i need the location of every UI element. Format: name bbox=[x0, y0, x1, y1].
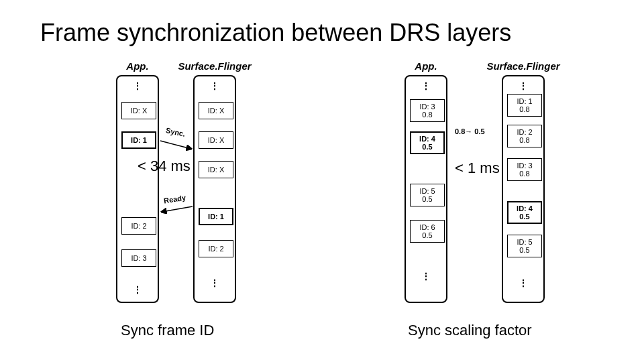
cell-text: ID: 4 bbox=[517, 204, 533, 213]
right-sf-cell-3: ID: 40.5 bbox=[507, 201, 542, 224]
dots-top: ⋮ bbox=[133, 80, 142, 91]
left-app-cell-2: ID: 2 bbox=[121, 217, 156, 235]
right-app-cell-3: ID: 60.5 bbox=[410, 220, 445, 243]
cell-text: ID: 5 bbox=[517, 238, 532, 246]
cell-text: ID: X bbox=[208, 166, 224, 174]
cell-text2: 0.5 bbox=[422, 143, 432, 151]
left-sf-queue: ⋮ ID: X ID: X ID: X ID: 1 ID: 2 ⋮ bbox=[193, 75, 236, 303]
right-app-cell-2: ID: 50.5 bbox=[410, 184, 445, 206]
left-caption: Sync frame ID bbox=[121, 322, 214, 339]
cell-text2: 0.5 bbox=[519, 213, 529, 221]
cell-text: ID: 2 bbox=[517, 128, 532, 136]
cell-text2: 0.5 bbox=[422, 195, 432, 203]
transition-label: 0.8→ 0.5 bbox=[455, 127, 485, 135]
dots-bot: ⋮ bbox=[519, 278, 528, 288]
cell-text: ID: 1 bbox=[517, 97, 532, 105]
left-app-cell-3: ID: 3 bbox=[121, 249, 156, 267]
cell-text: ID: 3 bbox=[419, 103, 435, 111]
page-title: Frame synchronization between DRS layers bbox=[40, 19, 511, 47]
right-app-header: App. bbox=[415, 60, 437, 72]
dots-bot: ⋮ bbox=[210, 278, 219, 288]
diagram-area: App. Surface.Flinger ⋮ ID: X ID: 1 ID: 2… bbox=[0, 60, 644, 362]
cell-text: ID: 3 bbox=[131, 254, 146, 262]
cell-text: ID: X bbox=[131, 107, 147, 115]
left-app-queue: ⋮ ID: X ID: 1 ID: 2 ID: 3 ⋮ bbox=[116, 75, 159, 303]
right-sf-cell-0: ID: 10.8 bbox=[507, 94, 542, 117]
cell-text: ID: 2 bbox=[131, 222, 146, 230]
cell-text: ID: 1 bbox=[208, 213, 224, 221]
right-half: App. Surface.Flinger ⋮ ID: 30.8 ID: 40.5… bbox=[322, 60, 644, 362]
cell-text2: 0.8 bbox=[422, 111, 432, 119]
sync-arrow-icon bbox=[159, 135, 194, 153]
right-caption: Sync scaling factor bbox=[408, 322, 532, 339]
cell-text: ID: 4 bbox=[419, 135, 435, 143]
cell-text: ID: 3 bbox=[517, 162, 532, 170]
left-sf-header: Surface.Flinger bbox=[178, 60, 251, 72]
right-app-queue: ⋮ ID: 30.8 ID: 40.5 ID: 50.5 ID: 60.5 ⋮ bbox=[405, 75, 447, 303]
left-mid-label: < 34 ms bbox=[138, 158, 191, 175]
cell-text: ID: 6 bbox=[419, 223, 435, 231]
dots-bot: ⋮ bbox=[133, 284, 142, 295]
left-sf-cell-0: ID: X bbox=[199, 102, 233, 119]
cell-text2: 0.5 bbox=[422, 231, 432, 239]
cell-text: ID: 1 bbox=[131, 136, 147, 144]
cell-text: ID: X bbox=[208, 107, 224, 115]
cell-text: ID: 5 bbox=[419, 187, 435, 195]
dots-top: ⋮ bbox=[421, 80, 431, 91]
right-mid-label: < 1 ms bbox=[455, 160, 500, 177]
dots-bot: ⋮ bbox=[421, 271, 431, 282]
cell-text2: 0.8 bbox=[519, 170, 529, 178]
left-sf-cell-1: ID: X bbox=[199, 131, 233, 149]
svg-line-0 bbox=[160, 141, 191, 149]
right-sf-header: Surface.Flinger bbox=[486, 60, 559, 72]
dots-top: ⋮ bbox=[519, 80, 528, 91]
left-sf-cell-4: ID: 2 bbox=[199, 240, 233, 257]
left-app-header: App. bbox=[126, 60, 148, 72]
cell-text: ID: 2 bbox=[208, 245, 223, 253]
right-app-cell-0: ID: 30.8 bbox=[410, 99, 445, 122]
dots-top: ⋮ bbox=[210, 80, 219, 91]
left-sf-cell-2: ID: X bbox=[199, 161, 233, 178]
left-half: App. Surface.Flinger ⋮ ID: X ID: 1 ID: 2… bbox=[0, 60, 322, 362]
right-sf-cell-4: ID: 50.5 bbox=[507, 235, 542, 257]
right-sf-cell-2: ID: 30.8 bbox=[507, 158, 542, 181]
right-sf-cell-1: ID: 20.8 bbox=[507, 125, 542, 147]
right-app-cell-1: ID: 40.5 bbox=[410, 131, 445, 154]
left-app-cell-0: ID: X bbox=[121, 102, 156, 119]
left-sf-cell-3: ID: 1 bbox=[199, 208, 233, 225]
cell-text: ID: X bbox=[208, 136, 224, 144]
cell-text2: 0.5 bbox=[519, 246, 529, 254]
svg-line-1 bbox=[162, 206, 193, 212]
right-sf-queue: ⋮ ID: 10.8 ID: 20.8 ID: 30.8 ID: 40.5 ID… bbox=[502, 75, 545, 303]
left-app-cell-1: ID: 1 bbox=[121, 131, 156, 149]
cell-text2: 0.8 bbox=[519, 136, 529, 144]
cell-text2: 0.8 bbox=[519, 105, 529, 113]
